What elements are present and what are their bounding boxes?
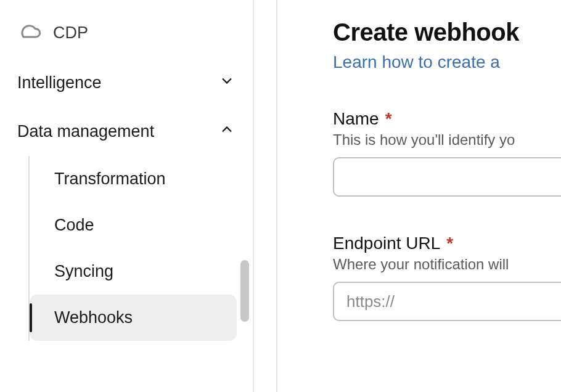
sidebar-item-transformation[interactable]: Transformation <box>30 156 237 202</box>
sidebar: CDP Intelligence Data management Transfo… <box>0 0 254 392</box>
field-help: This is how you'll identify yo <box>333 131 561 149</box>
sidebar-section-data-management[interactable]: Data management <box>0 107 253 156</box>
sidebar-section-intelligence[interactable]: Intelligence <box>0 59 253 107</box>
endpoint-url-input[interactable] <box>333 282 561 321</box>
chevron-down-icon <box>218 72 235 94</box>
sidebar-section-label: Data management <box>17 122 154 141</box>
sidebar-item-label: Syncing <box>54 262 113 280</box>
sidebar-item-label: Code <box>54 216 94 234</box>
scrollbar-thumb[interactable] <box>240 260 249 322</box>
page-title: Create webhook <box>333 18 561 46</box>
sidebar-section-label: Intelligence <box>17 73 102 92</box>
sidebar-item-label: Webhooks <box>54 308 133 327</box>
scrollbar-track <box>240 0 249 392</box>
sidebar-item-label: Transformation <box>54 169 166 188</box>
field-help: Where your notification will <box>333 256 561 273</box>
chevron-up-icon <box>218 121 235 142</box>
field-label: Endpoint URL <box>333 234 440 253</box>
cloud-icon <box>17 18 42 47</box>
sidebar-item-syncing[interactable]: Syncing <box>30 248 237 295</box>
sidebar-subnav: Transformation Code Syncing Webhooks <box>28 156 253 341</box>
main-content: Create webhook Learn how to create a Nam… <box>254 0 561 392</box>
sidebar-item-code[interactable]: Code <box>30 202 237 248</box>
sidebar-item-label: CDP <box>53 23 88 43</box>
learn-link[interactable]: Learn how to create a <box>333 52 500 72</box>
sidebar-item-cdp[interactable]: CDP <box>0 11 253 59</box>
field-label: Name <box>333 109 379 129</box>
required-asterisk: * <box>385 109 392 129</box>
form-field-name: Name * This is how you'll identify yo <box>333 109 561 197</box>
sidebar-item-webhooks[interactable]: Webhooks <box>30 295 237 341</box>
divider <box>276 0 277 392</box>
required-asterisk: * <box>446 234 453 253</box>
form-field-endpoint: Endpoint URL * Where your notification w… <box>333 234 561 321</box>
name-input[interactable] <box>333 157 561 197</box>
